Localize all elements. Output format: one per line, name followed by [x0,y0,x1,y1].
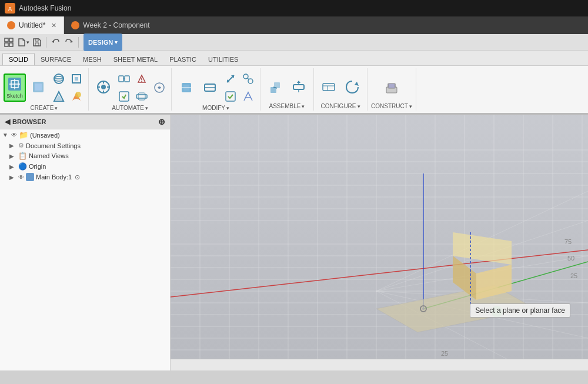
modify-dropdown[interactable]: ▾ [226,105,229,111]
create-label[interactable]: CREATE ▾ [31,105,58,112]
grid-menu-button[interactable] [2,36,15,49]
browser-item-doc-settings[interactable]: ▶ ⚙ Document Settings [0,141,170,151]
modify-icon1[interactable] [175,74,198,102]
browser-item-unsaved[interactable]: ▼ 👁 📁 (Unsaved) [0,129,170,141]
arrow-doc-settings: ▶ [9,142,16,149]
assemble-icon1-img [267,79,283,95]
tab-plastic[interactable]: PLASTIC [163,54,202,65]
create-sm3[interactable] [68,71,85,87]
modify-sm2[interactable] [222,88,239,105]
sketch-button[interactable]: Sketch [4,74,26,102]
configure-icon1-img [320,79,337,95]
design-button[interactable]: DESIGN ▾ [83,34,122,51]
tab-utilities[interactable]: UTILITIES [202,54,244,65]
create-label-text: CREATE [31,105,54,111]
automate-icons [92,68,168,105]
group-automate: AUTOMATE ▾ [89,68,172,111]
browser-item-main-body[interactable]: ▶ 👁 Main Body:1 ⊙ [0,172,170,182]
create-small-icons [51,71,67,105]
modify-icon2[interactable] [199,74,221,102]
create-dropdown[interactable]: ▾ [55,105,58,111]
automate-sm5[interactable] [151,79,168,96]
assemble-icon2[interactable] [288,73,310,101]
svg-rect-2 [5,38,8,42]
tab-surface[interactable]: SURFACE [35,54,77,65]
create-icon2[interactable] [27,74,49,102]
svg-rect-40 [226,92,235,101]
tab-untitled[interactable]: Untitled* ✕ [0,16,64,34]
svg-rect-56 [388,84,395,88]
group-modify: MODIFY ▾ [172,68,260,111]
tab-sheet-metal[interactable]: SHEET METAL [108,54,163,65]
modify-icon1-img [178,79,195,96]
main-area: ◀ BROWSER ⊕ ▼ 👁 📁 (Unsaved) ▶ ⚙ Document… [0,115,588,370]
create-sm2[interactable] [51,88,67,105]
browser-settings[interactable]: ⊕ [158,117,165,126]
browser-item-named-views[interactable]: ▶ 📋 Named Views [0,151,170,161]
create-icons: Sketch [4,68,85,105]
file-menu-button[interactable]: ▾ [16,36,29,49]
modify-label[interactable]: MODIFY ▾ [202,105,229,112]
create-small-icons2 [68,71,85,105]
browser-item-origin[interactable]: ▶ 🔵 Origin [0,161,170,172]
construct-dropdown[interactable]: ▾ [409,103,412,109]
assemble-icon2-img [290,79,307,95]
automate-main[interactable] [92,74,115,102]
automate-sm4[interactable] [133,88,150,105]
undo-button[interactable] [49,36,62,49]
redo-button[interactable] [63,36,76,49]
tab-solid[interactable]: SOLID [2,53,35,65]
configure-dropdown[interactable]: ▾ [358,103,360,109]
browser-collapse-left[interactable]: ◀ [5,118,10,126]
assemble-dropdown[interactable]: ▾ [302,103,305,109]
save-button[interactable] [31,36,44,49]
browser-header: ◀ BROWSER ⊕ [0,115,170,129]
create-sm1[interactable] [51,71,67,87]
svg-point-31 [141,81,142,82]
configure-label-text: CONFIGURE [321,103,356,109]
modify-icons [175,68,256,105]
body-visible-toggle[interactable]: ⊙ [75,173,80,181]
automate-sm3[interactable] [133,71,150,87]
svg-rect-22 [75,77,78,81]
viewport[interactable]: 75 50 25 25 50 Select a plane or planar … [171,115,588,370]
group-construct: CONSTRUCT ▾ [368,68,416,111]
tab-icon-untitled [7,21,15,29]
label-main-body: Main Body:1 [36,173,72,181]
automate-sm2[interactable] [116,88,132,105]
construct-label[interactable]: CONSTRUCT ▾ [371,103,412,111]
tab-close-untitled[interactable]: ✕ [51,22,56,29]
tab-icon-week2 [71,21,79,29]
tabbar: Untitled* ✕ Week 2 - Component [0,16,588,34]
automate-sm1[interactable] [116,71,132,87]
modify-sm4[interactable] [240,88,256,105]
automate-dropdown[interactable]: ▾ [145,105,148,111]
modify-sm1[interactable] [222,71,239,87]
svg-rect-5 [9,43,13,46]
svg-rect-33 [138,93,145,100]
automate-label[interactable]: AUTOMATE ▾ [112,105,148,112]
construct-icons [380,68,403,103]
eye-main-body[interactable]: 👁 [18,174,24,181]
modify-sm3[interactable] [240,71,256,87]
assemble-label-text: ASSEMBLE [269,103,301,109]
svg-point-23 [75,92,81,98]
svg-point-41 [243,74,248,79]
automate-small-col3 [151,79,168,96]
svg-rect-15 [35,84,42,91]
svg-point-25 [101,85,106,89]
construct-icon1[interactable] [380,73,403,101]
titlebar: A Autodesk Fusion [0,0,588,16]
tab-mesh[interactable]: MESH [77,54,108,65]
create-sm4[interactable] [68,88,85,105]
arrow-unsaved: ▼ [2,132,9,138]
assemble-label[interactable]: ASSEMBLE ▾ [269,103,305,111]
configure-icon1[interactable] [318,73,340,101]
configure-icon2[interactable] [341,73,363,101]
tab-week2[interactable]: Week 2 - Component [64,16,156,34]
eye-unsaved[interactable]: 👁 [11,132,17,138]
svg-rect-47 [293,85,304,89]
svg-rect-3 [9,38,13,42]
configure-label[interactable]: CONFIGURE ▾ [321,103,360,111]
assemble-icon1[interactable] [264,73,286,101]
